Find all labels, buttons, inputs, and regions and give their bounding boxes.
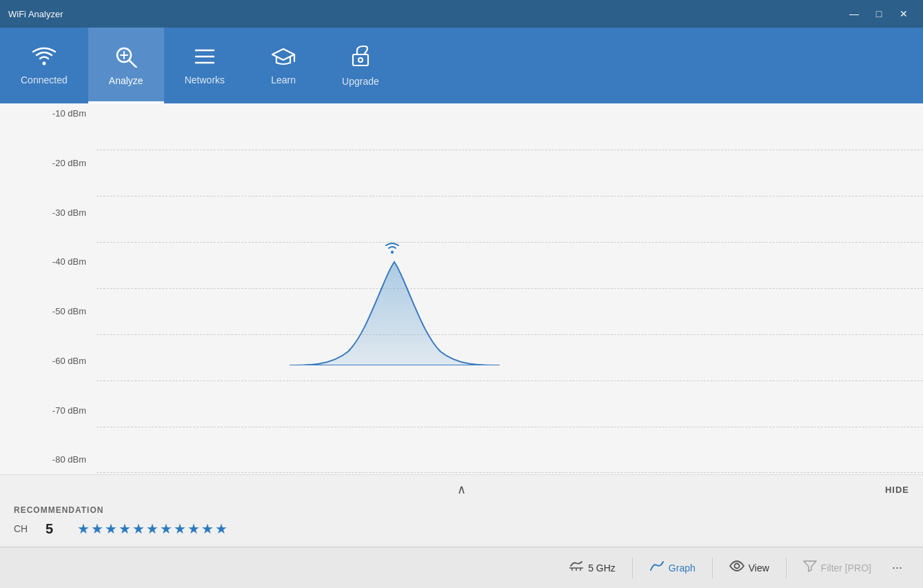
recommendation-title: RECOMMENDATION [14, 505, 909, 515]
filter-button[interactable]: Filter [PRO] [792, 556, 882, 580]
toolbar-divider-2 [712, 558, 713, 578]
toolbar-divider-3 [786, 558, 787, 578]
svg-point-11 [391, 251, 394, 254]
svg-point-16 [734, 564, 739, 569]
dbm-label-50: -50 dBm [0, 307, 97, 316]
analyze-icon [114, 45, 138, 71]
filter-icon [803, 560, 817, 576]
graph-label: Graph [669, 562, 696, 574]
star-3: ★ [105, 520, 117, 537]
svg-rect-9 [353, 54, 368, 65]
star-7: ★ [160, 520, 172, 537]
dbm-label-10: -10 dBm [0, 109, 97, 118]
recommendation-section: RECOMMENDATION CH 5 ★ ★ ★ ★ ★ ★ ★ ★ ★ ★ … [14, 503, 909, 540]
nav-item-learn[interactable]: Learn [245, 28, 321, 103]
dbm-labels: -10 dBm -20 dBm -30 dBm -40 dBm -50 dBm … [0, 103, 97, 519]
bottom-panel: ∧ HIDE RECOMMENDATION CH 5 ★ ★ ★ ★ ★ ★ ★… [0, 474, 923, 547]
dbm-label-60: -60 dBm [0, 356, 97, 365]
wifi-icon [32, 46, 57, 70]
recommendation-row: CH 5 ★ ★ ★ ★ ★ ★ ★ ★ ★ ★ ★ [14, 520, 909, 537]
ch-label: CH [14, 523, 34, 534]
star-6: ★ [146, 520, 159, 537]
nav-label-learn: Learn [271, 74, 296, 85]
minimize-button[interactable]: — [843, 4, 865, 23]
close-button[interactable]: ✕ [893, 4, 915, 23]
star-9: ★ [187, 520, 200, 537]
stars-container: ★ ★ ★ ★ ★ ★ ★ ★ ★ ★ ★ [77, 520, 227, 537]
ch-value: 5 [45, 521, 66, 537]
collapse-row: ∧ HIDE [14, 479, 909, 503]
star-5: ★ [132, 520, 145, 537]
svg-point-10 [358, 58, 363, 62]
dbm-label-30: -30 dBm [0, 208, 97, 217]
star-11: ★ [215, 520, 227, 537]
nav-item-upgrade[interactable]: Upgrade [321, 28, 400, 103]
title-bar: WiFi Analyzer — □ ✕ [0, 0, 923, 28]
signal-chart [97, 103, 923, 365]
nav-item-networks[interactable]: Networks [164, 28, 245, 103]
dbm-label-70: -70 dBm [0, 406, 97, 415]
signal-bell [290, 262, 500, 365]
nav-bar: Connected Analyze Networks [0, 28, 923, 103]
view-icon [729, 560, 744, 576]
footer-toolbar: 5 GHz Graph View Filter [PRO] ··· [0, 547, 923, 588]
svg-point-0 [42, 61, 45, 65]
nav-label-upgrade: Upgrade [342, 76, 379, 87]
nav-item-analyze[interactable]: Analyze [88, 28, 164, 103]
five-ghz-button[interactable]: 5 GHz [558, 556, 627, 580]
nav-label-connected: Connected [21, 74, 68, 85]
filter-label: Filter [PRO] [821, 562, 871, 574]
star-8: ★ [174, 520, 186, 537]
svg-line-2 [130, 61, 136, 68]
learn-icon [271, 46, 296, 70]
nav-label-networks: Networks [185, 74, 225, 85]
window-controls: — □ ✕ [843, 4, 915, 23]
dbm-label-20: -20 dBm [0, 159, 97, 168]
wifi-peak-icon [383, 239, 402, 258]
star-4: ★ [119, 520, 131, 537]
star-1: ★ [77, 520, 90, 537]
nav-item-connected[interactable]: Connected [0, 28, 88, 103]
view-button[interactable]: View [718, 556, 780, 580]
upgrade-icon [350, 45, 371, 72]
nav-label-analyze: Analyze [109, 75, 143, 86]
star-10: ★ [201, 520, 214, 537]
graph-icon [649, 560, 665, 576]
dbm-label-80: -80 dBm [0, 455, 97, 464]
hide-button[interactable]: HIDE [885, 485, 909, 495]
five-ghz-label: 5 GHz [588, 562, 616, 574]
toolbar-divider-1 [632, 558, 633, 578]
dbm-label-40: -40 dBm [0, 257, 97, 266]
networks-icon [193, 46, 216, 70]
view-label: View [749, 562, 769, 574]
collapse-button[interactable]: ∧ [457, 482, 466, 497]
graph-button[interactable]: Graph [638, 556, 707, 580]
more-button[interactable]: ··· [885, 556, 909, 579]
app-title: WiFi Analyzer [8, 9, 63, 19]
maximize-button[interactable]: □ [868, 4, 890, 23]
five-ghz-icon [569, 560, 584, 576]
star-2: ★ [91, 520, 103, 537]
